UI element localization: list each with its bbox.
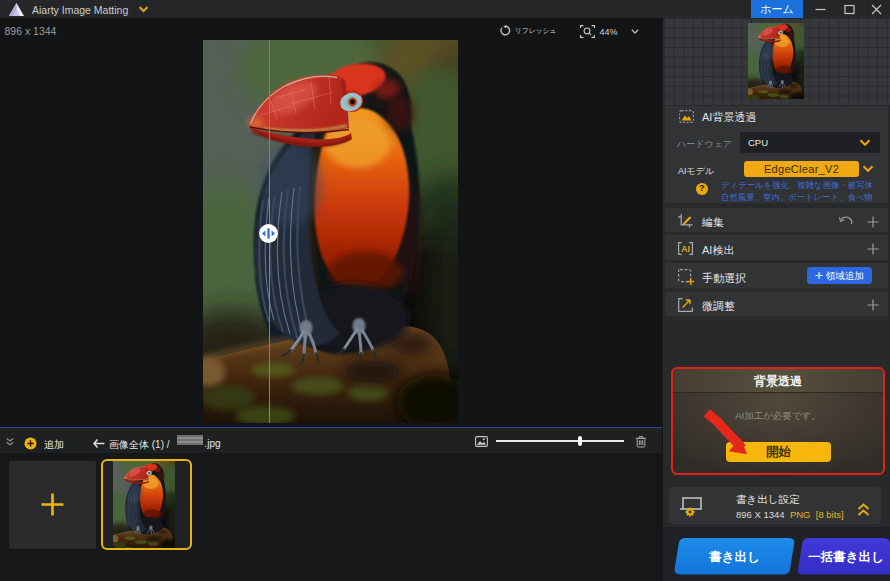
svg-text:書き出し: 書き出し <box>708 550 760 564</box>
svg-text:一括書き出し: 一括書き出し <box>808 550 884 564</box>
svg-text:AI: AI <box>681 244 690 254</box>
